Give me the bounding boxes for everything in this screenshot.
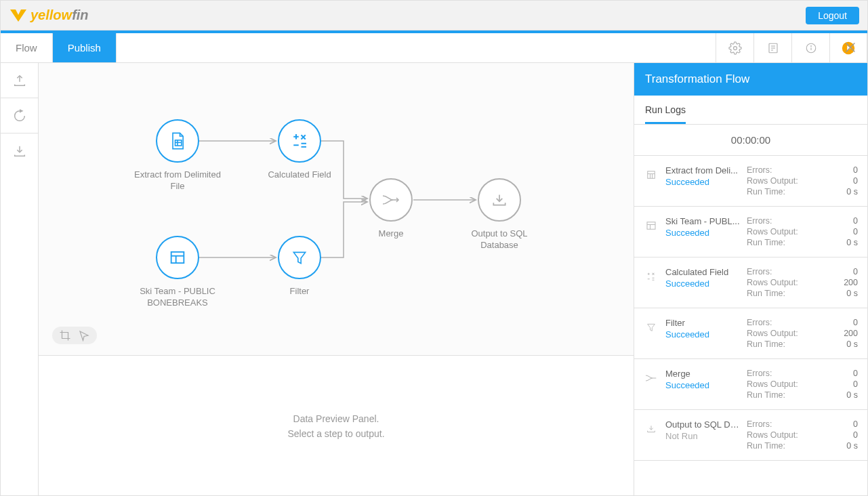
node-output[interactable]: Output to SQL Database [455,178,543,251]
notes-icon [767,42,779,54]
log-time-value: 0 s [846,238,858,247]
rail-transform-button[interactable] [1,98,38,133]
log-time-value: 0 s [846,441,858,451]
log-row[interactable]: MergeSucceededErrors:0Rows Output:0Run T… [634,359,867,410]
gear-icon [728,41,742,55]
log-rows-label: Rows Output: [747,227,846,236]
notes-button[interactable] [753,33,791,62]
log-time-value: 0 s [844,289,858,298]
log-errors-label: Errors: [747,267,844,276]
node-filter-label: Filter [290,286,310,297]
logo-icon [9,8,28,23]
log-status: Succeeded [665,228,740,238]
log-row[interactable]: Extract from Deli...SucceededErrors:0Row… [634,156,867,207]
node-calc-label: Calculated Field [268,169,331,181]
svg-rect-26 [171,252,184,263]
report-icon [168,248,187,267]
settings-button[interactable] [716,33,753,62]
log-row[interactable]: FilterSucceededErrors:0Rows Output:200Ru… [634,308,867,359]
input-icon [12,73,27,88]
log-errors-value: 0 [844,318,858,327]
log-icon [644,218,659,233]
log-errors-label: Errors: [747,216,846,226]
log-row[interactable]: Calculated FieldSucceededErrors:0Rows Ou… [634,257,867,308]
log-errors-label: Errors: [747,165,846,175]
panel-tab-runlogs[interactable]: Run Logs [645,104,686,124]
node-merge-label: Merge [379,228,404,240]
svg-rect-34 [647,222,655,230]
log-name: Calculated Field [665,267,740,277]
crop-icon[interactable] [59,329,71,342]
log-errors-value: 0 [846,216,858,226]
log-stats: Errors:0Rows Output:200Run Time:0 s [747,267,858,298]
right-panel: Transformation Flow Run Logs 00:00:00 Ex… [634,63,867,496]
log-name: Output to SQL Dat... [665,419,740,430]
canvas-tools [52,327,97,344]
node-calc[interactable]: Calculated Field [255,119,344,181]
node-extract-label: Extract from Delimited File [133,169,222,192]
log-rows-value: 0 [846,379,858,389]
log-icon [644,269,659,284]
log-row[interactable]: Ski Team - PUBL...SucceededErrors:0Rows … [634,207,867,257]
log-status: Succeeded [665,177,740,187]
logo: yellowfin [9,7,89,23]
log-rows-value: 200 [844,278,858,287]
log-rows-value: 0 [846,227,858,236]
log-time-value: 0 s [844,339,858,349]
tab-flow[interactable]: Flow [1,33,53,62]
node-merge-circle [369,178,413,222]
panel-title: Transformation Flow [634,63,867,96]
node-output-label: Output to SQL Database [455,228,543,251]
rail-output-button[interactable] [1,133,38,169]
log-name: Merge [665,369,740,379]
log-list: Extract from Deli...SucceededErrors:0Row… [634,156,867,496]
node-ski-circle [156,236,199,279]
flow-canvas[interactable]: Extract from Delimited File Calculated F… [39,63,634,356]
cursor-icon[interactable] [78,329,90,342]
download-db-icon [491,191,508,209]
log-errors-label: Errors: [747,318,844,327]
tab-publish[interactable]: Publish [53,33,117,62]
log-rows-value: 200 [844,329,858,338]
log-stats: Errors:0Rows Output:200Run Time:0 s [747,318,858,349]
log-name: Ski Team - PUBL... [665,216,740,226]
rotate-icon [12,108,27,123]
log-time-label: Run Time: [747,238,846,247]
filter-icon [291,249,308,266]
log-name: Filter [665,318,740,328]
log-rows-value: 0 [846,176,858,186]
log-status: Succeeded [665,329,740,339]
log-errors-value: 0 [846,419,858,429]
log-time-label: Run Time: [747,441,846,451]
log-errors-value: 0 [846,165,858,175]
log-rows-label: Rows Output: [747,379,846,389]
info-button[interactable] [791,33,829,62]
flow-edges [39,63,634,355]
log-status: Not Run [665,431,740,441]
node-ski[interactable]: Ski Team - PUBLIC BONEBREAKS [133,236,222,309]
node-filter-circle [278,236,321,279]
data-preview-panel: Data Preview Panel. Select a step to out… [39,356,634,496]
log-rows-label: Rows Output: [747,176,846,186]
log-stats: Errors:0Rows Output:0Run Time:0 s [747,165,858,197]
logout-button[interactable]: Logout [806,7,859,24]
log-rows-label: Rows Output: [747,278,844,287]
log-rows-label: Rows Output: [747,329,844,338]
log-errors-value: 0 [844,267,858,276]
log-row[interactable]: Output to SQL Dat...Not RunErrors:0Rows … [634,410,867,461]
node-extract[interactable]: Extract from Delimited File [133,119,222,192]
close-button[interactable] [843,40,858,55]
log-errors-value: 0 [846,369,858,378]
node-merge[interactable]: Merge [347,178,435,240]
node-filter[interactable]: Filter [255,236,344,297]
log-icon [644,320,659,335]
info-icon [805,42,817,54]
log-stats: Errors:0Rows Output:0Run Time:0 s [747,369,858,400]
logo-text-a: yellow [30,7,72,23]
log-time-label: Run Time: [747,187,846,197]
log-name: Extract from Deli... [665,165,740,175]
rail-input-button[interactable] [1,63,38,98]
left-rail [1,63,39,496]
log-rows-value: 0 [846,430,858,440]
node-calc-circle [278,119,321,163]
